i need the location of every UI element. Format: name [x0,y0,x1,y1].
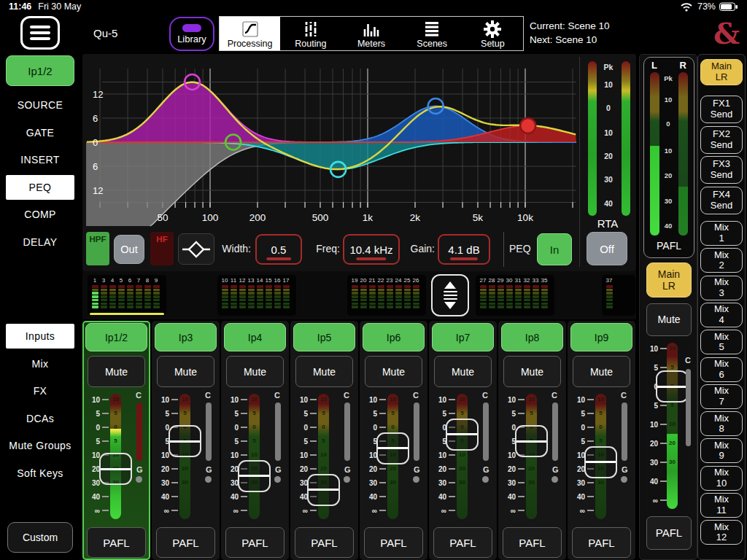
select-mix-2[interactable]: Mix2 [700,248,743,273]
pafl-button-ip9[interactable]: PAFL [572,527,631,558]
select-fx3-send[interactable]: FX3Send [700,156,743,184]
fader-track[interactable]: 10505102030 [457,394,468,519]
sidebar-item-insert[interactable]: INSERT [0,147,80,172]
fader-scale-mark: 40 [153,493,178,500]
select-fx4-send[interactable]: FX4Send [700,187,743,214]
fader-cap[interactable] [307,474,340,506]
rta-off-button[interactable]: Off [587,232,627,265]
fader-cap[interactable] [169,425,201,457]
channel-select-ip5[interactable]: Ip5 [293,323,355,351]
sidebar-item-soft-keys[interactable]: Soft Keys [0,461,80,486]
mute-button-ip8[interactable]: Mute [503,356,561,387]
select-mix-1[interactable]: Mix1 [700,221,743,246]
sidebar-item-dcas[interactable]: DCAs [0,406,80,431]
mute-button-ip1-2[interactable]: Mute [88,356,145,387]
pafl-button-ip3[interactable]: PAFL [156,527,215,558]
selected-channel-button[interactable]: Ip1/2 [6,55,74,86]
pafl-button-ip8[interactable]: PAFL [503,527,562,558]
select-mix-10[interactable]: Mix10 [700,466,743,491]
select-mix-11[interactable]: Mix11 [700,493,743,518]
channel-select-ip9[interactable]: Ip9 [570,323,632,351]
tab-processing[interactable]: Processing [220,17,280,50]
eq-handle-hf[interactable] [520,118,535,133]
sidebar-item-peq[interactable]: PEQ [6,175,74,200]
channel-select-ip7[interactable]: Ip7 [432,323,494,351]
select-mix-8[interactable]: Mix8 [700,411,743,436]
channel-select-ip3[interactable]: Ip3 [155,323,217,351]
sidebar-item-mute-groups[interactable]: Mute Groups [0,433,80,458]
mute-button-ip6[interactable]: Mute [365,356,422,387]
sidebar-item-source[interactable]: SOURCE [0,93,80,117]
main-pafl-button[interactable]: PAFL [646,516,692,550]
main-mute-button[interactable]: Mute [646,303,692,336]
gain-value-box[interactable]: 4.1 dB [438,234,490,265]
select-mix-4[interactable]: Mix4 [700,303,743,327]
channel-select-ip4[interactable]: Ip4 [224,323,286,351]
pafl-button-ip7[interactable]: PAFL [433,527,492,558]
fader-scale-tick [241,427,247,428]
tab-meters[interactable]: Meters [341,17,401,50]
tab-setup[interactable]: Setup [462,17,523,50]
fader-cap[interactable] [656,370,689,402]
sidebar-item-comp[interactable]: COMP [0,202,80,227]
select-mix-6[interactable]: Mix6 [700,357,743,382]
select-mix-5[interactable]: Mix5 [700,330,743,354]
select-mix-3[interactable]: Mix3 [700,276,743,300]
fader-scale-tick [660,462,667,463]
pafl-button-ip6[interactable]: PAFL [364,527,423,558]
fader-cap[interactable] [376,432,409,464]
width-value-box[interactable]: 0.5 [255,234,302,265]
peq-in-out-button[interactable]: In [537,233,572,265]
mute-button-ip3[interactable]: Mute [157,356,214,387]
channel-select-ip6[interactable]: Ip6 [363,323,425,351]
meter-channel-4: 4 [109,277,116,308]
track-scale-label: 10 [387,396,398,402]
select-mix-7[interactable]: Mix7 [700,384,743,409]
freq-value-box[interactable]: 10.4 kHz [343,234,400,265]
meter-segment [387,299,393,302]
pafl-button-ip4[interactable]: PAFL [225,527,285,558]
fader-track[interactable]: 10505102030 [249,394,260,519]
hf-band-button[interactable]: HF [150,232,174,265]
library-button[interactable]: Library [169,17,214,51]
fader-cap[interactable] [446,419,479,451]
band-shape-button[interactable] [178,233,214,265]
select-fx1-send[interactable]: FX1Send [700,96,743,123]
pafl-button-ip5[interactable]: PAFL [295,527,354,558]
sidebar-item-inputs[interactable]: Inputs [6,324,74,349]
mute-button-ip4[interactable]: Mute [226,356,284,387]
sidebar-item-delay[interactable]: DELAY [0,230,80,254]
main-lr-select-button[interactable]: MainLR [646,262,692,298]
meter-bank-scroll-button[interactable] [431,274,469,316]
fader-cap[interactable] [238,460,271,492]
hpf-in-out-button[interactable]: Out [114,235,144,264]
fader-scale-label: 40 [361,493,377,501]
fader-scale-label: 10 [153,451,169,459]
meter-segment [413,292,419,295]
tab-routing[interactable]: Routing [280,17,341,50]
peq-graph[interactable]: 1260612501002005001k2k5k10k [86,57,576,228]
hpf-band-button[interactable]: HPF [86,232,109,265]
menu-button[interactable] [20,16,60,50]
channel-select-ip8[interactable]: Ip8 [501,323,563,351]
sidebar-item-gate[interactable]: GATE [0,120,80,145]
sidebar-item-fx[interactable]: FX [0,378,80,403]
fader-cap[interactable] [515,425,548,457]
fader-cap[interactable] [99,453,132,485]
mute-button-ip7[interactable]: Mute [434,356,492,387]
fader-cap[interactable] [584,446,617,478]
fader-track[interactable]: 10505102030 [667,343,678,509]
mute-button-ip5[interactable]: Mute [295,356,353,387]
track-scale-label: 5 [110,410,121,416]
mute-button-ip9[interactable]: Mute [573,356,630,387]
sidebar-item-mix[interactable]: Mix [0,351,80,376]
pafl-button-ip1-2[interactable]: PAFL [87,527,146,558]
select-mix-9[interactable]: Mix9 [700,438,743,463]
select-mix-12[interactable]: Mix12 [700,520,743,545]
fader-scale-label: 5 [569,438,585,446]
select-fx2-send[interactable]: FX2Send [700,126,743,154]
select-main-lr[interactable]: MainLR [700,59,743,85]
channel-select-ip1-2[interactable]: Ip1/2 [85,323,147,351]
tab-scenes[interactable]: Scenes [402,17,462,50]
custom-layer-button[interactable]: Custom [7,522,73,553]
